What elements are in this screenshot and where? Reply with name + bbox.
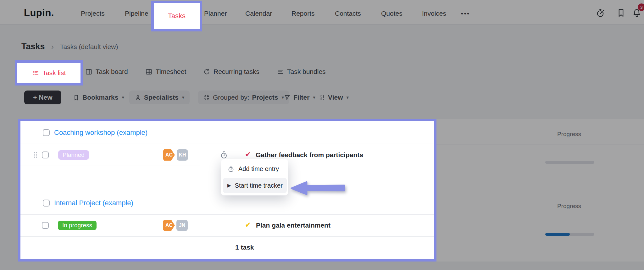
menu-item-add-time-entry[interactable]: Add time entry: [223, 161, 287, 176]
stopwatch-icon: [227, 165, 235, 173]
project-checkbox[interactable]: [43, 129, 50, 136]
project-link[interactable]: Coaching workshop (example): [54, 129, 147, 137]
project-checkbox[interactable]: [43, 200, 50, 207]
avatar: AC: [163, 149, 175, 161]
time-tracking-context-menu: Add time entry ▶ Start time tracker: [221, 159, 288, 196]
task-table-highlighted: Coaching workshop (example) Planned AC K…: [18, 119, 436, 262]
status-badge[interactable]: In progress: [58, 221, 97, 230]
drag-handle-icon[interactable]: [33, 152, 38, 159]
tab-label: Task list: [42, 69, 66, 77]
task-checkbox[interactable]: [42, 152, 49, 158]
avatar: JN: [176, 220, 188, 231]
task-title[interactable]: Gather feedback from participants: [256, 151, 363, 159]
annotation-arrow: [290, 181, 347, 196]
divider: [20, 214, 434, 215]
task-list-icon: [32, 69, 39, 77]
project-link[interactable]: Internal Project (example): [54, 199, 133, 207]
avatar: KH: [177, 149, 188, 161]
menu-item-start-time-tracker[interactable]: ▶ Start time tracker: [223, 178, 287, 193]
task-checkbox[interactable]: [42, 222, 49, 229]
stopwatch-icon[interactable]: [220, 151, 228, 159]
menu-item-label: Start time tracker: [235, 182, 283, 189]
priority-check-icon: ✔: [245, 150, 251, 159]
divider: [20, 166, 200, 166]
divider: [20, 236, 434, 237]
tab-task-list-active[interactable]: Task list: [15, 60, 83, 85]
task-count: 1 task: [235, 244, 254, 251]
avatar: AC: [163, 220, 175, 231]
divider: [20, 144, 434, 144]
priority-check-icon: ✔: [245, 221, 251, 229]
status-badge[interactable]: Planned: [58, 150, 89, 160]
menu-item-label: Add time entry: [238, 165, 279, 173]
task-title[interactable]: Plan gala entertainment: [256, 222, 330, 229]
nav-item-tasks-highlighted[interactable]: Tasks: [151, 1, 202, 31]
play-icon: ▶: [227, 183, 231, 188]
